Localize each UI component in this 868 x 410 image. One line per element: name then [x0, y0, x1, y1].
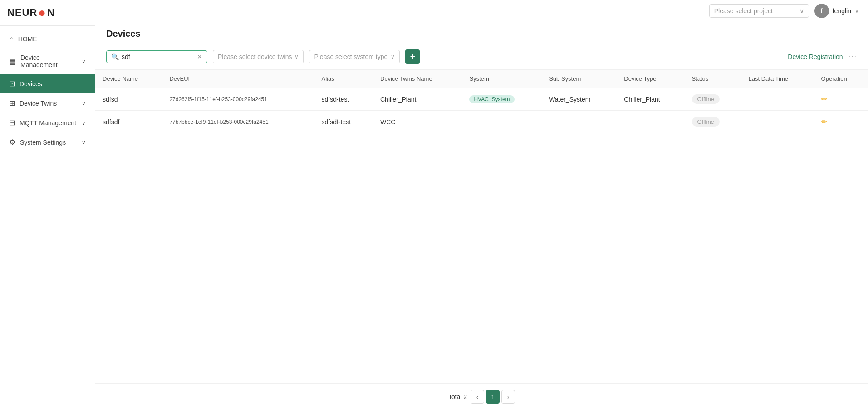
search-input[interactable]	[122, 53, 194, 60]
device-twins-icon: ⊞	[9, 99, 15, 107]
col-header-sub-system: Sub System	[542, 70, 617, 88]
add-button[interactable]: +	[405, 49, 420, 64]
col-header-alias: Alias	[314, 70, 373, 88]
pagination: ‹ 1 ›	[471, 390, 515, 404]
logo-dot: ●	[38, 6, 46, 19]
cell-device-type: Chiller_Plant	[617, 88, 684, 111]
sidebar-item-system-settings[interactable]: ⚙ System Settings ∨	[0, 132, 95, 152]
chevron-down-icon: ∨	[82, 100, 86, 107]
logo-area: NEUR●N	[0, 0, 95, 26]
cell-device-name: sdfsd	[95, 88, 162, 111]
settings-icon: ⚙	[9, 138, 15, 146]
cell-alias: sdfsd-test	[314, 88, 373, 111]
pagination-prev-button[interactable]: ‹	[471, 390, 484, 404]
cell-alias: sdfsdf-test	[314, 111, 373, 133]
avatar: f	[814, 4, 829, 18]
plus-icon: +	[410, 52, 416, 62]
toolbar: 🔍 ✕ Please select device twins ∨ Please …	[95, 44, 868, 70]
status-badge: Offline	[692, 94, 720, 104]
cell-status: Offline	[685, 88, 741, 111]
status-badge: Offline	[692, 117, 720, 127]
project-select-placeholder: Please select project	[714, 7, 773, 15]
app-logo: NEUR●N	[7, 6, 88, 19]
logo-suffix: N	[47, 7, 55, 19]
sidebar-item-home-label: HOME	[18, 35, 86, 43]
device-twins-placeholder: Please select device twins	[218, 53, 292, 60]
main-area: Please select project ∨ f fenglin ∨ Devi…	[95, 0, 868, 410]
sidebar-item-devices-label: Devices	[20, 80, 86, 88]
pagination-total: Total 2	[448, 393, 467, 400]
devices-icon: ⊡	[9, 79, 15, 88]
sidebar-navigation: ⌂ HOME ▤ Device Management ∨ ⊡ Devices ⊞…	[0, 26, 95, 156]
system-type-chevron-icon: ∨	[391, 54, 395, 60]
cell-device-twins-name: Chiller_Plant	[373, 88, 462, 111]
edit-icon[interactable]: ✏	[821, 95, 827, 103]
pagination-page-1-button[interactable]: 1	[486, 390, 500, 404]
sidebar-item-device-twins-label: Device Twins	[20, 100, 77, 107]
top-header: Please select project ∨ f fenglin ∨	[95, 0, 868, 22]
col-header-device-name: Device Name	[95, 70, 162, 88]
col-header-device-twins-name: Device Twins Name	[373, 70, 462, 88]
cell-status: Offline	[685, 111, 741, 133]
user-menu[interactable]: f fenglin ∨	[814, 4, 859, 18]
cell-device-name: sdfsdf	[95, 111, 162, 133]
toolbar-right: Device Registration ···	[788, 53, 857, 61]
col-header-status: Status	[685, 70, 741, 88]
clear-icon[interactable]: ✕	[197, 53, 202, 60]
edit-icon[interactable]: ✏	[821, 118, 827, 126]
pagination-next-button[interactable]: ›	[501, 390, 515, 404]
chevron-down-icon: ∨	[82, 58, 86, 64]
mqtt-icon: ⊟	[9, 118, 15, 127]
sidebar-item-device-twins[interactable]: ⊞ Device Twins ∨	[0, 93, 95, 113]
device-registration-link[interactable]: Device Registration	[788, 53, 843, 60]
more-options-button[interactable]: ···	[848, 53, 857, 61]
sidebar: NEUR●N ⌂ HOME ▤ Device Management ∨ ⊡ De…	[0, 0, 95, 410]
system-type-placeholder: Please select system type	[314, 53, 387, 60]
cell-device-type	[617, 111, 684, 133]
col-header-device-type: Device Type	[617, 70, 684, 88]
logo-text-part: NEUR	[7, 7, 37, 19]
cell-last-data-time	[741, 111, 814, 133]
device-management-icon: ▤	[9, 57, 16, 66]
project-chevron-icon: ∨	[799, 7, 804, 15]
sidebar-item-mqtt-label: MQTT Management	[20, 119, 77, 127]
system-badge: HVAC_System	[469, 95, 514, 103]
search-box: 🔍 ✕	[106, 50, 207, 63]
table-footer: Total 2 ‹ 1 ›	[95, 383, 868, 410]
device-twins-filter[interactable]: Please select device twins ∨	[213, 50, 304, 63]
page-content: Devices 🔍 ✕ Please select device twins ∨…	[95, 22, 868, 410]
sidebar-item-system-settings-label: System Settings	[20, 139, 77, 146]
table-header-row: Device Name DevEUI Alias Device Twins Na…	[95, 70, 868, 88]
sidebar-item-device-management[interactable]: ▤ Device Management ∨	[0, 49, 95, 74]
col-header-operation: Operation	[814, 70, 868, 88]
user-name: fenglin	[833, 7, 851, 15]
page-title: Devices	[106, 29, 857, 39]
device-twins-chevron-icon: ∨	[294, 54, 299, 60]
cell-device-twins-name: WCC	[373, 111, 462, 133]
sidebar-item-device-management-label: Device Management	[20, 54, 77, 68]
cell-deveui: 77b7bbce-1ef9-11ef-b253-000c29fa2451	[162, 111, 314, 133]
system-type-filter[interactable]: Please select system type ∨	[309, 50, 400, 63]
devices-table-container: Device Name DevEUI Alias Device Twins Na…	[95, 70, 868, 383]
cell-sub-system	[542, 111, 617, 133]
cell-sub-system: Water_System	[542, 88, 617, 111]
col-header-system: System	[462, 70, 542, 88]
page-title-bar: Devices	[95, 22, 868, 44]
devices-table: Device Name DevEUI Alias Device Twins Na…	[95, 70, 868, 133]
cell-last-data-time	[741, 88, 814, 111]
col-header-deveui: DevEUI	[162, 70, 314, 88]
cell-system	[462, 111, 542, 133]
table-row: sdfsd 27d262f5-1f15-11ef-b253-000c29fa24…	[95, 88, 868, 111]
col-header-last-data-time: Last Data Time	[741, 70, 814, 88]
table-body: sdfsd 27d262f5-1f15-11ef-b253-000c29fa24…	[95, 88, 868, 133]
sidebar-item-home[interactable]: ⌂ HOME	[0, 29, 95, 49]
sidebar-item-devices[interactable]: ⊡ Devices	[0, 74, 95, 93]
cell-system: HVAC_System	[462, 88, 542, 111]
cell-operation: ✏	[814, 111, 868, 133]
sidebar-item-mqtt-management[interactable]: ⊟ MQTT Management ∨	[0, 113, 95, 132]
avatar-letter: f	[821, 7, 823, 15]
chevron-down-icon: ∨	[82, 120, 86, 126]
cell-deveui: 27d262f5-1f15-11ef-b253-000c29fa2451	[162, 88, 314, 111]
search-icon: 🔍	[111, 53, 119, 60]
project-selector[interactable]: Please select project ∨	[709, 4, 809, 18]
